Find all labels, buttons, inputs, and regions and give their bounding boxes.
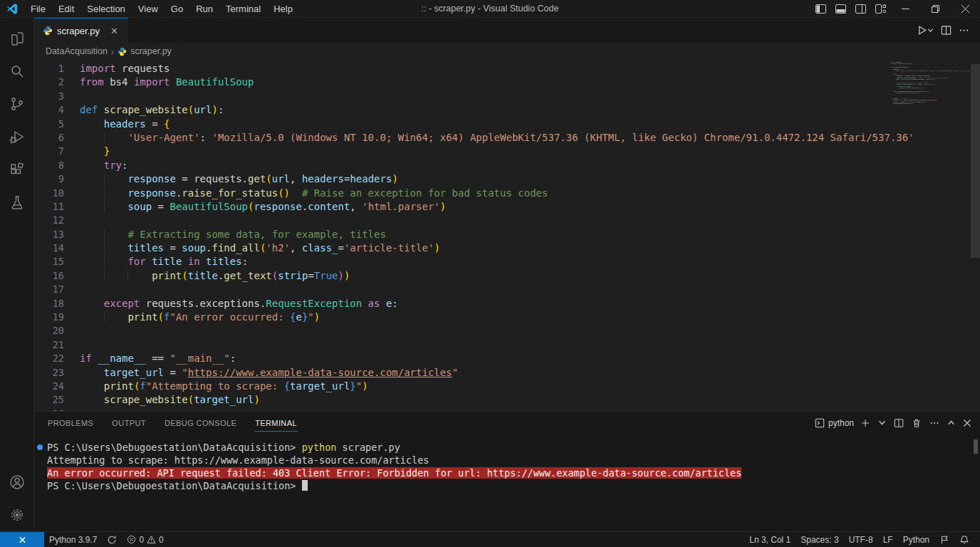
breadcrumb-file[interactable]: scraper.py: [130, 46, 172, 56]
toggle-secondary-sidebar-icon[interactable]: [850, 0, 870, 18]
line-number: 14: [34, 241, 64, 255]
code-line[interactable]: 11 soup = BeautifulSoup(response.content…: [34, 200, 887, 214]
terminal-output[interactable]: PS C:\Users\Debugoestation\DataAcquisiti…: [34, 434, 980, 531]
maximize-panel-chevron-icon[interactable]: [946, 417, 956, 428]
code-line[interactable]: 24 print(f"Attempting to scrape: {target…: [34, 380, 887, 393]
terminal-shell-badge[interactable]: python: [815, 418, 854, 428]
restore-button[interactable]: [920, 0, 950, 18]
code-line[interactable]: 21: [34, 338, 887, 352]
menu-edit[interactable]: Edit: [52, 0, 80, 18]
minimap[interactable]: import requestsfrom bs4 import Beautiful…: [889, 61, 970, 411]
menu-go[interactable]: Go: [165, 0, 189, 18]
menu-file[interactable]: File: [24, 0, 52, 18]
tab-debug-console[interactable]: DEBUG CONSOLE: [164, 415, 237, 432]
menu-run[interactable]: Run: [189, 0, 219, 18]
code-line[interactable]: 17: [34, 283, 887, 296]
line-number: 2: [34, 75, 64, 89]
line-number: 26: [34, 407, 64, 411]
tab-problems[interactable]: PROBLEMS: [47, 415, 94, 432]
line-number: 10: [34, 187, 64, 200]
python-file-icon: [118, 47, 127, 56]
code-line[interactable]: 20: [34, 324, 887, 338]
code-line[interactable]: 23 target_url = "https://www.example-dat…: [34, 366, 887, 380]
minimize-button[interactable]: [890, 0, 920, 18]
split-editor-icon[interactable]: [939, 23, 954, 38]
editor-scrollbar[interactable]: [971, 64, 980, 258]
testing-icon[interactable]: [0, 186, 34, 219]
code-line[interactable]: 4def scrape_website(url):: [34, 103, 887, 117]
code-line[interactable]: 2from bs4 import BeautifulSoup: [34, 75, 887, 89]
menu-help[interactable]: Help: [267, 0, 299, 18]
code-line[interactable]: 26: [34, 407, 887, 411]
code-line[interactable]: 19 print(f"An error occurred: {e}"): [34, 311, 887, 324]
code-editor[interactable]: 1import requests2from bs4 import Beautif…: [34, 60, 980, 411]
code-line[interactable]: 25 scrape_website(target_url): [34, 393, 887, 407]
terminal-dropdown-chevron-icon[interactable]: [877, 417, 887, 428]
breadcrumb-folder[interactable]: DataAcquisition: [46, 46, 108, 56]
code-line[interactable]: 15 for title in titles:: [34, 255, 887, 269]
notifications-bell-icon[interactable]: [954, 532, 974, 547]
terminal-scrollbar[interactable]: [974, 439, 978, 454]
language-mode[interactable]: Python: [898, 532, 934, 547]
line-number: 22: [34, 352, 64, 365]
terminal-line: Attempting to scrape: https://www.exampl…: [34, 454, 980, 467]
encoding-status[interactable]: UTF-8: [844, 532, 878, 547]
line-number: 18: [34, 297, 64, 311]
split-terminal-icon[interactable]: [892, 417, 905, 429]
code-line[interactable]: 6 'User-Agent': 'Mozilla/5.0 (Windows NT…: [34, 131, 887, 145]
tab-close-icon[interactable]: ✕: [108, 25, 120, 37]
toggle-panel-icon[interactable]: [830, 0, 850, 18]
problems-status[interactable]: 0 0: [122, 532, 168, 547]
indentation-status[interactable]: Spaces: 3: [796, 532, 843, 547]
python-interpreter-status[interactable]: Python 3.9.7: [44, 532, 102, 547]
panel-more-actions-icon[interactable]: [928, 417, 941, 429]
panel-header: PROBLEMS OUTPUT DEBUG CONSOLE TERMINAL p…: [34, 412, 980, 434]
code-line[interactable]: 22if __name__ == "__main__":: [34, 352, 887, 365]
tab-output[interactable]: OUTPUT: [111, 415, 147, 432]
new-terminal-icon[interactable]: [859, 417, 872, 429]
tab-scraper-py[interactable]: scraper.py ✕: [34, 18, 128, 43]
run-python-file-button[interactable]: [914, 23, 936, 38]
accounts-icon[interactable]: [0, 466, 34, 499]
more-actions-icon[interactable]: [956, 23, 971, 38]
code-line[interactable]: 5 headers = {: [34, 118, 887, 131]
remote-indicator[interactable]: [0, 532, 44, 547]
settings-gear-icon[interactable]: [0, 499, 34, 531]
code-line[interactable]: 1import requests: [34, 62, 887, 75]
close-window-button[interactable]: [950, 0, 980, 18]
code-line[interactable]: 10 response.raise_for_status() # Raise a…: [34, 187, 887, 200]
sync-icon[interactable]: [102, 532, 122, 547]
eol-status[interactable]: LF: [878, 532, 898, 547]
code-line[interactable]: 9 response = requests.get(url, headers=h…: [34, 172, 887, 186]
toggle-primary-sidebar-icon[interactable]: [810, 0, 830, 18]
code-line[interactable]: 18 except requests.exceptions.RequestExc…: [34, 297, 887, 311]
tab-terminal[interactable]: TERMINAL: [254, 415, 298, 432]
code-line[interactable]: 14 titles = soup.find_all('h2', class_='…: [34, 241, 887, 255]
menu-terminal[interactable]: Terminal: [219, 0, 267, 18]
search-icon[interactable]: [0, 55, 34, 88]
close-panel-icon[interactable]: [961, 417, 973, 429]
cursor-position[interactable]: Ln 3, Col 1: [744, 532, 796, 547]
code-line[interactable]: 16 print(title.get_text(strip=True)): [34, 269, 887, 283]
line-number: 8: [34, 159, 64, 172]
feedback-icon[interactable]: [934, 532, 954, 547]
errors-icon: [127, 535, 136, 544]
extensions-icon[interactable]: [0, 153, 34, 186]
code-line[interactable]: 7 }: [34, 145, 887, 158]
terminal-line: PS C:\Users\Debugoestation\DataAcquisiti…: [34, 479, 980, 492]
code-line[interactable]: 13 # Extracting some data, for example, …: [34, 228, 887, 241]
code-line[interactable]: 8 try:: [34, 159, 887, 172]
run-debug-icon[interactable]: [0, 120, 34, 153]
code-line[interactable]: 12: [34, 214, 887, 227]
customize-layout-icon[interactable]: [870, 0, 890, 18]
source-control-icon[interactable]: [0, 88, 34, 120]
line-number: 24: [34, 380, 64, 393]
activity-bar: [0, 18, 34, 531]
explorer-icon[interactable]: [0, 22, 34, 55]
run-dropdown-chevron-icon[interactable]: [927, 27, 934, 33]
menu-view[interactable]: View: [132, 0, 165, 18]
kill-terminal-trash-icon[interactable]: [910, 417, 923, 429]
command-decoration-icon[interactable]: [37, 444, 43, 450]
code-line[interactable]: 3: [34, 90, 887, 103]
menu-selection[interactable]: Selection: [80, 0, 131, 18]
